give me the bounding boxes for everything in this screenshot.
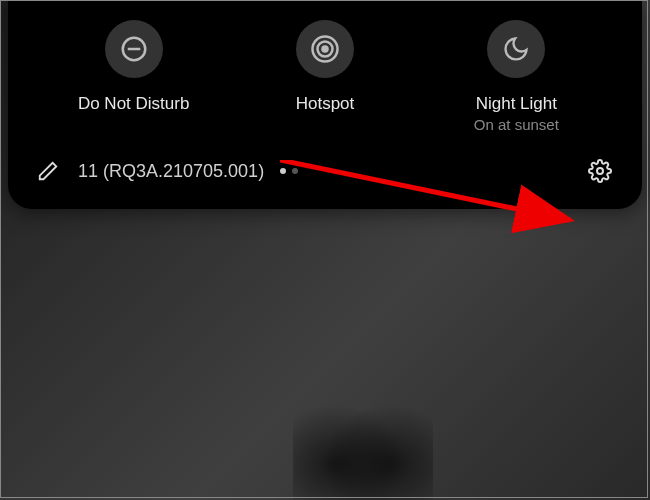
tile-sublabel: On at sunset (474, 116, 559, 133)
page-dot (280, 168, 286, 174)
page-indicator (280, 168, 298, 174)
panel-footer: 11 (RQ3A.210705.001) (8, 133, 642, 191)
hotspot-icon (296, 20, 354, 78)
tile-hotspot[interactable]: Hotspot (250, 20, 400, 133)
edit-button[interactable] (36, 159, 60, 183)
tile-label: Do Not Disturb (78, 94, 189, 114)
svg-point-5 (597, 168, 603, 174)
dnd-icon (105, 20, 163, 78)
tile-do-not-disturb[interactable]: Do Not Disturb (59, 20, 209, 133)
svg-point-2 (322, 47, 327, 52)
moon-icon (487, 20, 545, 78)
settings-button[interactable] (586, 157, 614, 185)
tile-label: Night Light (476, 94, 557, 114)
version-text: 11 (RQ3A.210705.001) (78, 161, 264, 182)
page-dot (292, 168, 298, 174)
tile-night-light[interactable]: Night Light On at sunset (441, 20, 591, 133)
quick-settings-tiles: Do Not Disturb Hotspot Night Light On at… (8, 20, 642, 133)
quick-settings-panel: Do Not Disturb Hotspot Night Light On at… (8, 0, 642, 209)
tile-label: Hotspot (296, 94, 355, 114)
